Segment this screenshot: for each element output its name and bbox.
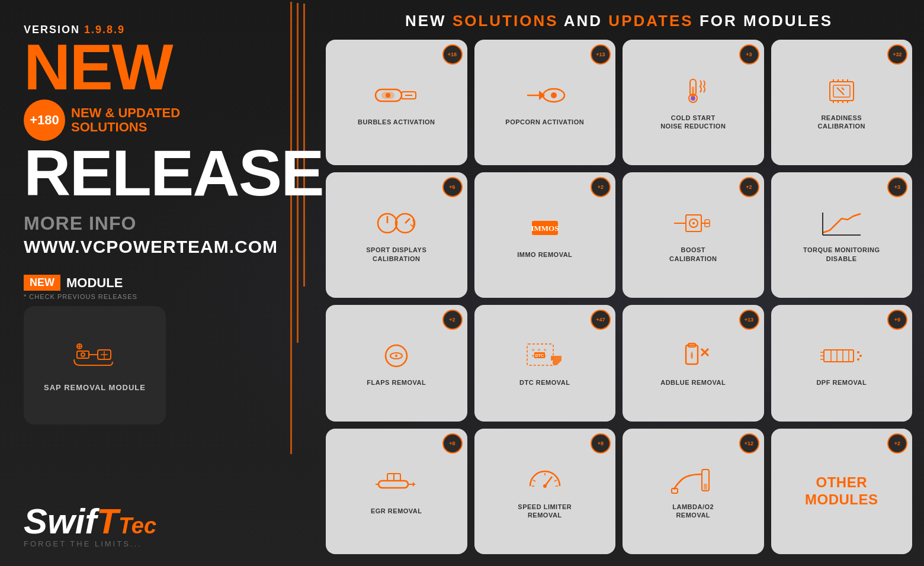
tile-dtc: +47 DTC D bbox=[474, 305, 616, 422]
tile-other: +2 OTHERMODULES bbox=[771, 429, 913, 554]
svg-line-72 bbox=[545, 477, 552, 486]
icon-readiness bbox=[818, 75, 865, 108]
icon-dpf bbox=[818, 339, 865, 372]
svg-rect-0 bbox=[77, 351, 89, 358]
svg-text:DTC: DTC bbox=[535, 353, 544, 358]
title-coldstart: COLD STARTNOISE REDUCTION bbox=[660, 114, 726, 131]
icon-torque bbox=[818, 207, 865, 240]
logo-swift-text: Swif bbox=[24, 501, 97, 541]
title-lambda: LAMBDA/O2REMOVAL bbox=[672, 503, 714, 520]
title-boost: BOOSTCALIBRATION bbox=[669, 246, 717, 263]
new-module-label-row: NEW MODULE bbox=[24, 275, 284, 291]
title-torque: TORQUE MONITORINGDISABLE bbox=[803, 246, 880, 263]
title-egr: EGR REMOVAL bbox=[371, 507, 422, 515]
modules-grid: +18 BURBLES ACTIVATION +13 bbox=[326, 40, 912, 554]
tile-coldstart: +3 COLD STARTNOISE REDUCTION bbox=[623, 40, 764, 165]
svg-point-49 bbox=[538, 349, 540, 351]
sap-title: SAP REMOVAL MODULE bbox=[44, 383, 146, 392]
svg-point-67 bbox=[857, 358, 859, 361]
tile-burbles: +18 BURBLES ACTIVATION bbox=[326, 40, 467, 165]
icon-adblue bbox=[669, 339, 717, 372]
icon-coldstart bbox=[669, 75, 717, 108]
title-other: OTHERMODULES bbox=[805, 474, 878, 509]
svg-point-50 bbox=[544, 349, 546, 351]
tile-readiness: +32 READ bbox=[771, 40, 913, 165]
badge-flaps: +2 bbox=[442, 310, 463, 330]
badge-popcorn: +13 bbox=[591, 44, 611, 65]
badge-dtc: +47 bbox=[591, 310, 611, 330]
tile-lambda: +12 LAMBDA/O2REMOVAL bbox=[623, 429, 764, 554]
title-popcorn: POPCORN ACTIVATION bbox=[505, 118, 584, 126]
badge-speed: +8 bbox=[591, 433, 611, 454]
svg-text:IMMOS: IMMOS bbox=[531, 224, 559, 233]
tile-adblue: +13 ADBLUE REMOVAL bbox=[623, 305, 764, 422]
icon-egr bbox=[373, 468, 420, 501]
more-info-label: MORE INFO bbox=[24, 213, 284, 234]
title-adblue: ADBLUE REMOVAL bbox=[660, 378, 726, 387]
svg-rect-68 bbox=[378, 481, 408, 488]
icon-immo: IMMOS bbox=[521, 211, 569, 245]
badge-row: +180 NEW & UPDATEDSOLUTIONS bbox=[24, 99, 284, 141]
badge-readiness: +32 bbox=[887, 44, 907, 65]
svg-rect-80 bbox=[704, 484, 707, 490]
badge-boost: +2 bbox=[739, 177, 759, 197]
website-url[interactable]: WWW.VCPOWERTEAM.COM bbox=[24, 237, 284, 257]
badge-dpf: +9 bbox=[887, 310, 907, 330]
badge-circle: +180 bbox=[24, 99, 65, 141]
tile-speed: +8 SPEED LIMITERREMOVAL bbox=[474, 429, 616, 554]
svg-line-33 bbox=[405, 218, 410, 223]
title-speed: SPEED LIMITERREMOVAL bbox=[518, 503, 572, 520]
icon-lambda bbox=[669, 464, 717, 497]
badge-other: +2 bbox=[887, 433, 907, 454]
svg-point-48 bbox=[532, 349, 534, 351]
section-title-for: FOR MODULES bbox=[694, 12, 833, 30]
icon-boost bbox=[669, 207, 717, 240]
svg-point-51 bbox=[532, 355, 534, 357]
logo-tec: Tec bbox=[118, 513, 156, 539]
badge-text: NEW & UPDATEDSOLUTIONS bbox=[71, 106, 180, 134]
icon-dtc: DTC bbox=[521, 339, 569, 372]
svg-point-73 bbox=[543, 484, 547, 488]
logo-t: T bbox=[97, 501, 118, 541]
svg-line-75 bbox=[533, 480, 535, 481]
svg-rect-19 bbox=[692, 86, 694, 97]
tile-flaps: +2 FLAPS REMOVAL bbox=[326, 305, 467, 422]
tile-immo: +2 IMMOS IMMO REMOVAL bbox=[474, 172, 616, 298]
title-readiness: READINESSCALIBRATION bbox=[818, 114, 865, 131]
sap-module-card: SAP REMOVAL MODULE bbox=[24, 306, 166, 424]
svg-point-15 bbox=[551, 92, 557, 98]
tile-popcorn: +13 POPCORN ACTIVATION bbox=[474, 40, 616, 165]
badge-immo: +2 bbox=[591, 177, 611, 197]
svg-point-65 bbox=[857, 351, 859, 353]
logo-tagline: FORGET THE LIMITS... bbox=[24, 539, 284, 548]
logo: SwifT Tec bbox=[24, 501, 284, 542]
title-dtc: DTC REMOVAL bbox=[519, 378, 570, 387]
svg-rect-21 bbox=[833, 85, 850, 97]
title-dpf: DPF REMOVAL bbox=[816, 378, 867, 387]
svg-line-77 bbox=[554, 480, 557, 481]
title-burbles: BURBLES ACTIVATION bbox=[358, 118, 435, 126]
tile-sport: +6 SPORT DISPLAYSCALIBRATION bbox=[326, 172, 467, 298]
svg-point-1 bbox=[81, 353, 85, 356]
badge-sport: +6 bbox=[442, 177, 463, 197]
badge-count: +180 bbox=[30, 112, 59, 128]
check-prev: * CHECK PREVIOUS RELEASES bbox=[24, 293, 284, 300]
logo-swift: SwifT bbox=[24, 501, 118, 542]
section-title-and: AND bbox=[559, 12, 609, 30]
icon-sport bbox=[373, 207, 420, 240]
icon-popcorn bbox=[521, 79, 569, 112]
section-title-new: NEW bbox=[405, 12, 453, 30]
svg-point-46 bbox=[395, 355, 397, 357]
icon-flaps bbox=[373, 339, 420, 372]
tile-boost: +2 BOOSTCALIBRATION bbox=[623, 172, 764, 298]
badge-adblue: +13 bbox=[739, 310, 759, 330]
svg-point-41 bbox=[692, 222, 695, 224]
title-flaps: FLAPS REMOVAL bbox=[367, 378, 426, 387]
release-heading: RELEASE bbox=[24, 143, 284, 202]
left-panel: VERSION 1.9.8.9 NEW +180 NEW & UPDATEDSO… bbox=[0, 0, 308, 566]
section-title: NEW SOLUTIONS AND UPDATES FOR MODULES bbox=[326, 12, 912, 30]
title-sport: SPORT DISPLAYSCALIBRATION bbox=[366, 246, 426, 263]
svg-point-66 bbox=[859, 355, 862, 357]
icon-speed bbox=[521, 464, 569, 497]
tile-dpf: +9 DPF REMOVAL bbox=[771, 305, 913, 422]
